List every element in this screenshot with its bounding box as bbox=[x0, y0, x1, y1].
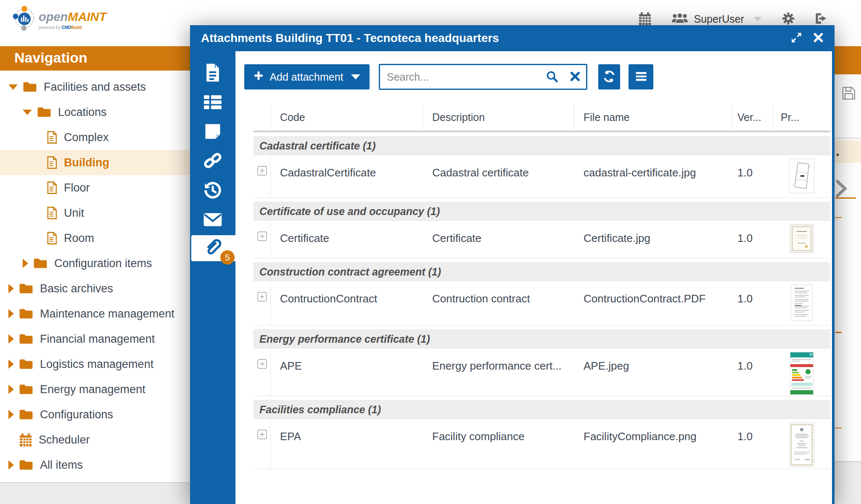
maximize-button[interactable] bbox=[791, 32, 802, 45]
search-input[interactable] bbox=[380, 71, 540, 83]
history-icon bbox=[203, 181, 222, 201]
expand-row-icon[interactable] bbox=[257, 291, 267, 304]
search-button[interactable] bbox=[540, 70, 564, 84]
table-row[interactable]: APE Energy performance cert... APE.jpeg … bbox=[254, 349, 830, 396]
expand-row-icon[interactable] bbox=[257, 429, 267, 442]
background-page-strip bbox=[835, 46, 861, 504]
chevron-right-icon[interactable] bbox=[836, 180, 848, 199]
grid-menu-button[interactable] bbox=[629, 64, 653, 89]
tree-item-maintenance-management[interactable]: Maintenance management bbox=[0, 301, 190, 326]
table-row[interactable]: ContructionContract Contruction contract… bbox=[254, 281, 830, 326]
caret-right-icon[interactable] bbox=[8, 460, 14, 470]
logout-button[interactable] bbox=[815, 12, 827, 26]
preview-thumbnail[interactable] bbox=[789, 423, 814, 469]
preview-thumbnail[interactable] bbox=[790, 352, 813, 396]
column-preview[interactable]: Pr... bbox=[773, 104, 830, 131]
tab-relations[interactable] bbox=[190, 147, 235, 176]
tree-item-floor[interactable]: Floor bbox=[0, 175, 190, 200]
tab-attachments[interactable]: 5 bbox=[191, 235, 235, 261]
folder-icon bbox=[19, 409, 33, 420]
cell-version: 1.0 bbox=[732, 221, 773, 258]
attachments-table: Code Description File name Ver... Pr... … bbox=[254, 104, 830, 469]
table-row[interactable]: EPA Facility compliance FacilityComplian… bbox=[254, 419, 830, 469]
tree-item-scheduler[interactable]: Scheduler bbox=[0, 427, 190, 452]
hamburger-icon bbox=[635, 71, 647, 83]
tab-email[interactable] bbox=[190, 206, 235, 235]
table-row[interactable]: CadastralCertificate Cadastral certifica… bbox=[254, 155, 830, 198]
cell-version: 1.0 bbox=[732, 419, 773, 469]
calendar-icon bbox=[639, 12, 651, 26]
column-code[interactable]: Code bbox=[271, 104, 423, 131]
folder-icon bbox=[33, 257, 48, 269]
expand-row-icon[interactable] bbox=[257, 231, 267, 244]
caret-down-icon[interactable] bbox=[23, 110, 32, 115]
cell-description: Cadastral certificate bbox=[423, 155, 574, 197]
openmaint-logo: openMAINT powered by CMDBuild bbox=[13, 6, 106, 33]
cell-file-name: FacilityCompliance.png bbox=[574, 419, 732, 469]
close-icon bbox=[813, 32, 824, 44]
tree-item-all-items[interactable]: All items bbox=[0, 452, 190, 478]
expand-row-icon[interactable] bbox=[257, 165, 267, 178]
file-icon bbox=[47, 131, 57, 144]
cell-version: 1.0 bbox=[732, 281, 773, 325]
tree-item-locations[interactable]: Locations bbox=[0, 100, 190, 125]
tab-detail-list[interactable] bbox=[190, 88, 235, 118]
folder-icon bbox=[19, 283, 33, 294]
group-header: Certificate of use and occupancy (1) bbox=[254, 202, 830, 221]
caret-right-icon[interactable] bbox=[8, 360, 14, 369]
tree-item-room[interactable]: Room bbox=[0, 226, 190, 251]
column-version[interactable]: Ver... bbox=[732, 104, 773, 131]
attachments-count-badge: 5 bbox=[220, 250, 235, 265]
tree-item-basic-archives[interactable]: Basic archives bbox=[0, 276, 190, 301]
column-file-name[interactable]: File name bbox=[574, 104, 732, 131]
tree-item-financial-management[interactable]: Financial management bbox=[0, 326, 190, 352]
tree-item-complex[interactable]: Complex bbox=[0, 125, 190, 150]
tab-notes[interactable] bbox=[190, 118, 235, 147]
attachments-toolbar: Add attachment bbox=[244, 64, 832, 90]
caret-down-icon[interactable] bbox=[8, 84, 18, 90]
calendar-button[interactable] bbox=[639, 12, 651, 26]
tab-card-details[interactable] bbox=[190, 59, 235, 88]
save-icon[interactable] bbox=[842, 86, 856, 102]
tree-item-configurations[interactable]: Configurations bbox=[0, 402, 190, 427]
expand-row-icon[interactable] bbox=[257, 359, 267, 371]
preview-thumbnail[interactable] bbox=[790, 224, 813, 258]
add-attachment-button[interactable]: Add attachment bbox=[244, 64, 370, 89]
table-row[interactable]: Certificate Certificate Certificate.jpg … bbox=[254, 221, 830, 258]
column-description[interactable]: Description bbox=[423, 104, 574, 131]
divider bbox=[835, 138, 861, 139]
caret-right-icon[interactable] bbox=[8, 385, 14, 394]
caret-right-icon[interactable] bbox=[23, 259, 28, 268]
tree-item-facilities-and-assets[interactable]: Facilities and assets bbox=[0, 74, 190, 100]
cell-description: Energy performance cert... bbox=[423, 349, 574, 396]
settings-button[interactable] bbox=[782, 12, 795, 26]
tree-item-energy-management[interactable]: Energy management bbox=[0, 377, 190, 402]
tree-item-logistics-management[interactable]: Logistics management bbox=[0, 352, 190, 377]
file-icon bbox=[47, 156, 57, 169]
tree-item-building[interactable]: Building bbox=[0, 150, 190, 175]
close-button[interactable] bbox=[813, 32, 824, 44]
refresh-button[interactable] bbox=[598, 64, 620, 89]
folder-icon bbox=[19, 459, 33, 471]
caret-right-icon[interactable] bbox=[8, 410, 14, 419]
clear-search-button[interactable] bbox=[564, 71, 586, 83]
powered-by: powered by CMDBuild bbox=[39, 26, 106, 30]
caret-right-icon[interactable] bbox=[8, 309, 14, 318]
tab-history[interactable] bbox=[190, 176, 235, 206]
caret-right-icon[interactable] bbox=[8, 334, 14, 344]
user-menu-button[interactable]: SuperUser bbox=[671, 12, 762, 26]
preview-thumbnail[interactable] bbox=[789, 159, 814, 197]
table-header: Code Description File name Ver... Pr... bbox=[254, 104, 830, 132]
folder-icon bbox=[19, 383, 33, 395]
caret-down-icon bbox=[351, 74, 360, 79]
folder-icon bbox=[19, 333, 33, 345]
cell-version: 1.0 bbox=[732, 349, 773, 396]
preview-thumbnail[interactable] bbox=[791, 285, 813, 325]
text-fragment bbox=[837, 154, 839, 156]
cell-file-name: APE.jpeg bbox=[574, 349, 732, 396]
caret-right-icon[interactable] bbox=[8, 284, 14, 293]
group-header: Construction contract agreement (1) bbox=[254, 262, 830, 281]
search-box bbox=[379, 64, 587, 90]
tree-item-configuration-items[interactable]: Configuration items bbox=[0, 251, 190, 276]
tree-item-unit[interactable]: Unit bbox=[0, 200, 190, 226]
